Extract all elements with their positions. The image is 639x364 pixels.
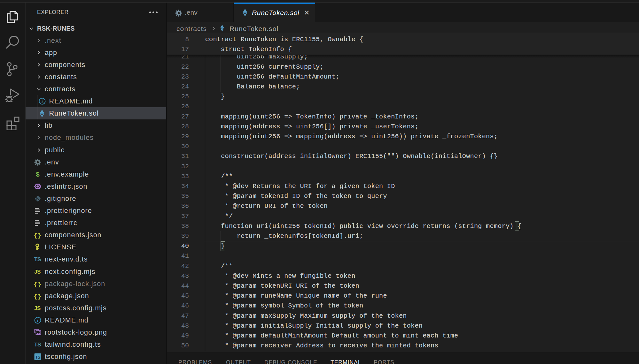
svg-text:TS: TS [34, 342, 41, 348]
svg-text:i: i [42, 99, 43, 104]
svg-text:TS: TS [34, 256, 41, 262]
svg-text:JS: JS [34, 269, 41, 275]
svg-text:{}: {} [34, 293, 42, 300]
svg-text:TS: TS [35, 355, 41, 360]
svg-text:JS: JS [34, 305, 41, 311]
svg-text:{}: {} [34, 232, 42, 239]
svg-text:{}: {} [34, 281, 42, 288]
svg-text:i: i [37, 318, 38, 323]
svg-text:$: $ [36, 171, 39, 178]
